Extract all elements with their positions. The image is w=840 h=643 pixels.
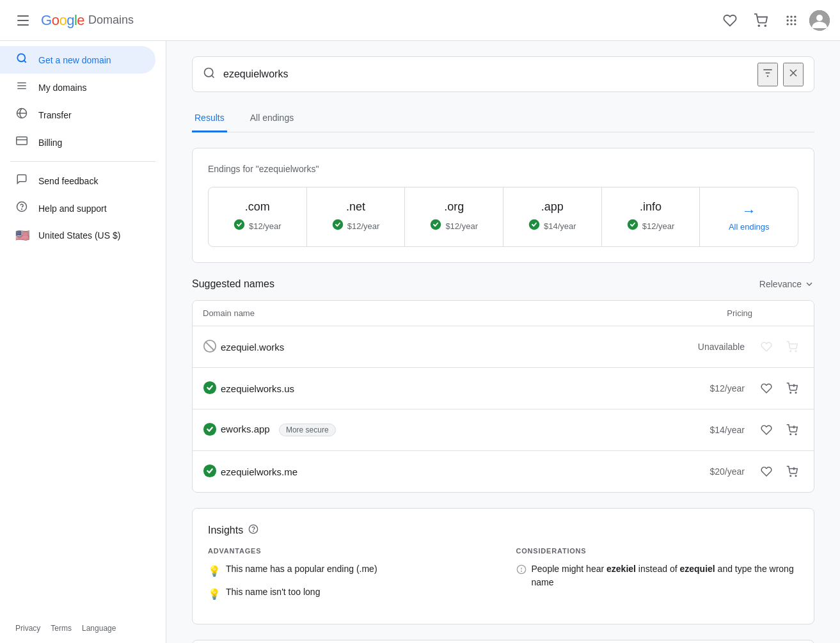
sidebar-item-language[interactable]: 🇺🇸 United States (US $) bbox=[0, 222, 155, 249]
svg-point-42 bbox=[795, 392, 796, 393]
svg-point-10 bbox=[794, 19, 796, 21]
svg-point-25 bbox=[205, 68, 213, 76]
ending-ext: .info bbox=[640, 200, 662, 214]
svg-point-3 bbox=[758, 25, 759, 26]
tab-results[interactable]: Results bbox=[192, 107, 227, 132]
domain-price: $14/year bbox=[710, 425, 745, 435]
ending-cell-org[interactable]: .org $12/year bbox=[405, 187, 503, 246]
sort-dropdown[interactable]: Relevance bbox=[759, 279, 814, 289]
svg-point-9 bbox=[790, 19, 792, 21]
svg-point-51 bbox=[790, 475, 791, 477]
sidebar-item-transfer[interactable]: Transfer bbox=[0, 101, 155, 129]
svg-point-8 bbox=[787, 19, 789, 21]
help-icon bbox=[15, 201, 28, 216]
search-icon bbox=[15, 52, 28, 67]
table-row: ezequiel.works Unavailable bbox=[193, 326, 814, 368]
main-layout: Get a new domain My domains Transfer Bil… bbox=[0, 41, 840, 643]
ending-cell-net[interactable]: .net $12/year bbox=[307, 187, 406, 246]
sort-label: Relevance bbox=[759, 279, 802, 289]
sidebar-footer: Privacy Terms Language bbox=[0, 619, 166, 638]
table-row: ezequielworks.me $20/year bbox=[193, 451, 814, 492]
suggested-title: Suggested names bbox=[192, 278, 274, 290]
suggested-names-section: Suggested names Relevance Domain name Pr… bbox=[192, 278, 814, 493]
col-pricing-header: Pricing bbox=[727, 308, 752, 318]
ending-cell-app[interactable]: .app $14/year bbox=[503, 187, 602, 246]
cart-add-button[interactable] bbox=[781, 377, 804, 400]
advantages-title: ADVANTAGES bbox=[208, 547, 491, 555]
search-icon bbox=[203, 67, 216, 83]
svg-point-39 bbox=[795, 351, 796, 352]
consideration-item-1: People might hear ezekiel instead of eze… bbox=[516, 562, 799, 589]
transfer-icon bbox=[15, 107, 28, 122]
domain-table: Domain name Pricing ezequiel.works Unava… bbox=[192, 300, 814, 493]
ending-price: $12/year bbox=[234, 219, 281, 234]
sidebar-item-label: Get a new domain bbox=[38, 55, 111, 65]
svg-point-12 bbox=[790, 23, 792, 25]
domain-badge: More secure bbox=[279, 424, 336, 436]
logo-text: Google bbox=[41, 12, 84, 29]
ending-ext: .app bbox=[541, 200, 564, 214]
language-link[interactable]: Language bbox=[82, 624, 116, 633]
svg-point-15 bbox=[816, 15, 823, 21]
unavailable-icon bbox=[203, 339, 221, 355]
svg-point-6 bbox=[790, 15, 792, 17]
sidebar-item-label: United States (US $) bbox=[38, 230, 120, 241]
header-icons bbox=[717, 8, 830, 33]
col-name-header: Domain name bbox=[203, 308, 727, 318]
privacy-link[interactable]: Privacy bbox=[15, 624, 40, 633]
advantage-text-2: This name isn't too long bbox=[226, 585, 320, 599]
logo: Google Domains bbox=[41, 12, 134, 29]
wishlist-button[interactable] bbox=[717, 8, 743, 33]
domain-actions bbox=[755, 460, 804, 483]
sidebar-item-send-feedback[interactable]: Send feedback bbox=[0, 167, 155, 194]
sidebar-item-help-support[interactable]: Help and support bbox=[0, 194, 155, 222]
search-input[interactable] bbox=[223, 68, 757, 80]
menu-button[interactable] bbox=[10, 8, 36, 33]
flag-icon: 🇺🇸 bbox=[15, 228, 28, 242]
logo-domains-text: Domains bbox=[88, 13, 134, 27]
ending-cell-info[interactable]: .info $12/year bbox=[602, 187, 701, 246]
sidebar-item-label: Transfer bbox=[38, 110, 72, 120]
consideration-text-1: People might hear ezekiel instead of eze… bbox=[532, 562, 799, 589]
insights-columns: ADVANTAGES 💡 This name has a popular end… bbox=[208, 547, 798, 608]
search-filter-button[interactable] bbox=[757, 63, 778, 86]
cart-add-button[interactable] bbox=[781, 460, 804, 483]
search-clear-button[interactable] bbox=[783, 63, 804, 86]
domain-name: ezequiel.works bbox=[221, 342, 698, 353]
advantage-item-1: 💡 This name has a popular ending (.me) bbox=[208, 562, 491, 579]
ending-cell-all[interactable]: → All endings bbox=[700, 187, 798, 246]
consideration-bold-1: ezekiel bbox=[606, 564, 636, 574]
insights-header: Insights bbox=[208, 524, 798, 537]
favorite-button[interactable] bbox=[755, 418, 778, 441]
avatar[interactable] bbox=[809, 10, 830, 31]
favorite-button[interactable] bbox=[755, 377, 778, 400]
search-actions bbox=[757, 63, 804, 86]
consideration-post: and type the wrong name bbox=[532, 564, 794, 587]
svg-point-16 bbox=[17, 54, 25, 61]
insights-help-icon[interactable] bbox=[248, 524, 258, 537]
ending-cell-com[interactable]: .com $12/year bbox=[209, 187, 307, 246]
apps-button[interactable] bbox=[779, 8, 804, 33]
terms-link[interactable]: Terms bbox=[51, 624, 72, 633]
consideration-icon bbox=[516, 564, 527, 579]
bulb-icon: 💡 bbox=[208, 564, 221, 579]
svg-point-11 bbox=[787, 23, 789, 25]
available-icon bbox=[203, 381, 221, 397]
sidebar-item-my-domains[interactable]: My domains bbox=[0, 74, 155, 101]
sidebar-item-label: Send feedback bbox=[38, 176, 98, 186]
svg-rect-0 bbox=[17, 15, 29, 17]
insights-title: Insights bbox=[208, 525, 243, 536]
sidebar-item-billing[interactable]: Billing bbox=[0, 129, 155, 156]
svg-point-7 bbox=[794, 15, 796, 17]
domain-price: $12/year bbox=[710, 383, 745, 393]
svg-point-5 bbox=[787, 15, 789, 17]
svg-point-47 bbox=[795, 434, 796, 435]
considerations-title: CONSIDERATIONS bbox=[516, 547, 799, 555]
ending-ext: .org bbox=[444, 200, 464, 214]
tab-all-endings[interactable]: All endings bbox=[248, 107, 297, 132]
cart-button[interactable] bbox=[748, 8, 773, 33]
favorite-button[interactable] bbox=[755, 460, 778, 483]
list-icon bbox=[15, 80, 28, 95]
cart-add-button[interactable] bbox=[781, 418, 804, 441]
sidebar-item-get-new-domain[interactable]: Get a new domain bbox=[0, 46, 155, 74]
